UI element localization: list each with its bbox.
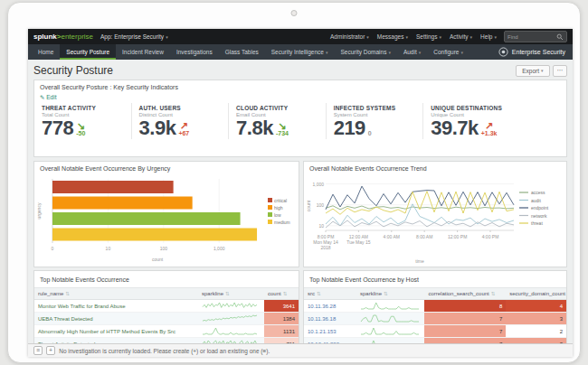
- sparkline: [360, 327, 420, 335]
- more-actions-button[interactable]: ⋯: [553, 65, 568, 77]
- tab-label: Security Posture: [66, 49, 109, 55]
- investigation-message: No investigation is currently loaded. Pl…: [59, 348, 270, 354]
- nav-tab-glass-tables[interactable]: Glass Tables: [219, 44, 265, 60]
- rule-name-link[interactable]: Monitor Web Traffic for Brand Abuse: [38, 304, 126, 309]
- column-header-sparkline[interactable]: sparkline⇅: [356, 288, 424, 300]
- column-header-count[interactable]: count⇅: [264, 288, 299, 300]
- nav-tab-security-intelligence[interactable]: Security Intelligence▾: [265, 44, 335, 60]
- count-cell[interactable]: 1384: [264, 313, 299, 325]
- camera-dot: [291, 10, 298, 16]
- find-box[interactable]: [504, 31, 567, 42]
- top-events-title: Top Notable Events Occurrence: [34, 271, 299, 287]
- column-header-rule-name[interactable]: rule_name⇅: [34, 288, 198, 300]
- caret-down-icon: ▾: [541, 68, 544, 73]
- count-cell[interactable]: 1131: [264, 325, 299, 338]
- correlation-search-count-cell[interactable]: 8: [424, 300, 506, 313]
- x-axis-label: time: [415, 258, 424, 264]
- menu-help[interactable]: Help▾: [480, 33, 497, 40]
- investigation-bar: ≡ + No investigation is currently loaded…: [28, 343, 573, 357]
- column-header-sparkline[interactable]: sparkline⇅: [198, 288, 264, 300]
- sort-icon[interactable]: ⇅: [65, 291, 70, 296]
- src-ip-link[interactable]: 10.11.36.28: [308, 304, 336, 309]
- axis-tick-label: 2018: [320, 245, 330, 250]
- urgency-bar-chart[interactable]: 0101001,000urgencycountcriticalhighlowme…: [34, 174, 295, 264]
- bar-critical[interactable]: [52, 181, 174, 193]
- nav-tab-audit[interactable]: Audit▾: [397, 44, 427, 60]
- sort-icon[interactable]: ⇅: [384, 291, 388, 296]
- kpi-threat-activity[interactable]: THREAT ACTIVITYTotal Count778↘-50: [40, 103, 131, 139]
- nav-tab-investigations[interactable]: Investigations: [170, 44, 219, 60]
- kpi-title: UNIQUE DESTINATIONS: [431, 105, 554, 111]
- splunk-logo[interactable]: splunk>enterprise: [33, 33, 93, 41]
- correlation-search-count-cell[interactable]: 7: [424, 313, 506, 325]
- kpi-auth-users[interactable]: AUTH. USERSDistinct Count3.9k↗+67: [131, 103, 229, 139]
- correlation-search-count-cell[interactable]: 7: [424, 325, 506, 338]
- sort-icon[interactable]: ⇅: [317, 291, 321, 296]
- kpi-value-row: 2190: [334, 119, 416, 137]
- app-menu[interactable]: App: Enterprise Security▾: [100, 33, 168, 40]
- nav-tab-incident-review[interactable]: Incident Review: [116, 44, 170, 60]
- legend-label-medium: medium: [274, 220, 290, 225]
- kpi-infected-systems[interactable]: INFECTED SYSTEMSSystem Count2190: [326, 103, 423, 139]
- find-input[interactable]: [507, 34, 555, 40]
- column-header-src[interactable]: src⇅: [304, 288, 356, 300]
- menu-messages[interactable]: Messages▾: [377, 33, 408, 40]
- count-cell[interactable]: 3641: [264, 300, 299, 313]
- axis-tick-label: 1,000: [312, 182, 324, 187]
- edit-link[interactable]: ✎ Edit: [34, 93, 566, 102]
- trend-up-icon: ↗: [485, 122, 493, 130]
- nav-tab-security-posture[interactable]: Security Posture: [60, 44, 116, 60]
- pencil-icon: ✎: [40, 94, 44, 100]
- bar-medium[interactable]: [52, 229, 257, 241]
- axis-tick-label: 4:00 PM: [482, 234, 499, 239]
- src-ip-link[interactable]: 10.11.36.18: [308, 316, 336, 322]
- menu-administrator[interactable]: Administrator▾: [330, 33, 369, 40]
- sparkline: [202, 327, 258, 335]
- src-ip-link[interactable]: 10.1.21.153: [308, 329, 337, 334]
- app-menu-label: App: Enterprise Security: [100, 33, 164, 40]
- kpi-delta: +1.3k: [481, 130, 498, 137]
- investigations-list-icon[interactable]: ≡: [33, 346, 43, 355]
- menu-label: Settings: [416, 33, 438, 40]
- caret-down-icon: ▾: [419, 50, 422, 55]
- hosts-table: src⇅sparkline⇅correlation_search_count⇅s…: [304, 287, 566, 343]
- legend-label-low: low: [274, 212, 281, 218]
- rule-name-link[interactable]: UEBA Threat Detected: [38, 316, 93, 322]
- kpi-cloud-activity[interactable]: CLOUD ACTIVITYEmail Count7.8k↘-734: [228, 103, 326, 139]
- add-investigation-icon[interactable]: +: [46, 346, 55, 355]
- export-button[interactable]: Export▾: [516, 65, 549, 77]
- caret-down-icon: ▾: [460, 50, 463, 55]
- legend-label-critical: critical: [274, 198, 287, 203]
- kpi-unique-destinations[interactable]: UNIQUE DESTINATIONSUnique Count39.7k↗+1.…: [422, 103, 561, 139]
- security-domain-count-cell[interactable]: 2: [506, 325, 566, 338]
- menu-settings[interactable]: Settings▾: [416, 33, 441, 40]
- column-header-correlation-search-count[interactable]: correlation_search_count⇅: [424, 288, 506, 300]
- column-header-security-domain-count[interactable]: security_domain_count⇅: [506, 288, 566, 300]
- legend-label-audit: audit: [531, 198, 541, 203]
- sort-icon[interactable]: ⇅: [283, 291, 288, 296]
- trend-down-icon: ↘: [278, 122, 286, 130]
- nav-tab-home[interactable]: Home: [32, 44, 60, 60]
- ksi-panel-title: Overall Security Posture : Key Security …: [34, 80, 566, 93]
- kpi-value: 778: [42, 119, 73, 137]
- export-label: Export: [522, 68, 539, 74]
- menu-label: Administrator: [330, 33, 365, 40]
- security-domain-count-cell[interactable]: 3: [506, 313, 566, 325]
- rule-name-link[interactable]: Abnormally High Number of HTTP Method Ev…: [38, 329, 175, 334]
- trend-line-chart[interactable]: 101001,0008:00 PMMon May 14201812:00 AMT…: [304, 174, 567, 267]
- nav-tab-security-domains[interactable]: Security Domains▾: [334, 44, 396, 60]
- sort-icon[interactable]: ⇅: [491, 291, 496, 296]
- series-endpoint[interactable]: [326, 186, 514, 210]
- sort-icon[interactable]: ⇅: [225, 291, 230, 296]
- x-axis-label: count: [152, 257, 164, 262]
- caret-down-icon: ▾: [366, 34, 369, 40]
- bar-high[interactable]: [52, 197, 193, 210]
- menu-activity[interactable]: Activity▾: [450, 33, 472, 40]
- legend-label-threat: threat: [531, 220, 543, 226]
- nav-tab-configure[interactable]: Configure▾: [427, 44, 469, 60]
- legend-label-network: network: [531, 213, 547, 219]
- legend-swatch-low: [268, 212, 272, 217]
- bar-low[interactable]: [52, 212, 241, 225]
- sparkline: [360, 302, 420, 310]
- security-domain-count-cell[interactable]: 4: [506, 300, 566, 313]
